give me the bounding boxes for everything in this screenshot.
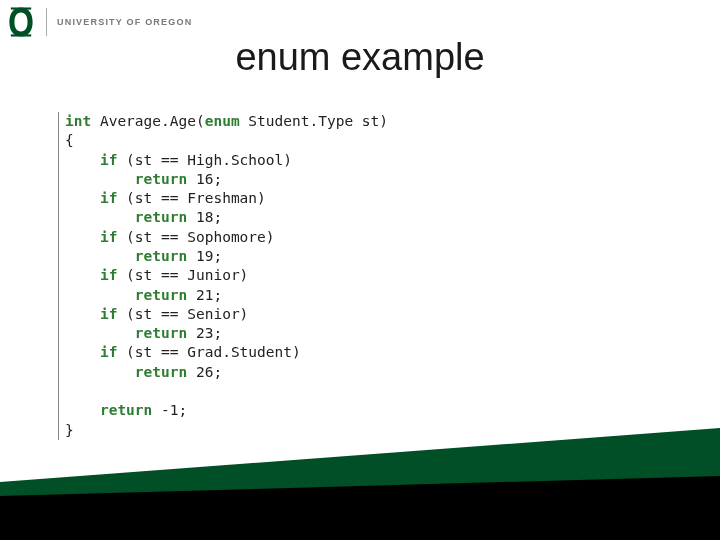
keyword-return: return xyxy=(65,171,187,187)
code-text: Student.Type st) xyxy=(240,113,388,129)
keyword-if: if xyxy=(65,152,117,168)
keyword-if: if xyxy=(65,190,117,206)
keyword-return: return xyxy=(65,325,187,341)
keyword-int: int xyxy=(65,113,91,129)
code-text: 26; xyxy=(187,364,222,380)
keyword-return: return xyxy=(65,402,152,418)
code-text: 21; xyxy=(187,287,222,303)
code-text: (st == Freshman) xyxy=(117,190,265,206)
code-text: } xyxy=(65,422,74,438)
code-text: -1; xyxy=(152,402,187,418)
university-name: UNIVERSITY OF OREGON xyxy=(57,17,192,27)
keyword-if: if xyxy=(65,344,117,360)
keyword-return: return xyxy=(65,209,187,225)
slide-title: enum example xyxy=(0,36,720,79)
code-text: { xyxy=(65,132,74,148)
code-text: 23; xyxy=(187,325,222,341)
slide: UNIVERSITY OF OREGON enum example int Av… xyxy=(0,0,720,540)
svg-marker-2 xyxy=(0,428,720,540)
keyword-return: return xyxy=(65,364,187,380)
svg-marker-3 xyxy=(0,476,720,540)
logo-divider xyxy=(46,8,47,36)
code-text: 18; xyxy=(187,209,222,225)
keyword-return: return xyxy=(65,287,187,303)
code-block: int Average.Age(enum Student.Type st) { … xyxy=(58,112,498,440)
keyword-return: return xyxy=(65,248,187,264)
code-text: (st == Sophomore) xyxy=(117,229,274,245)
code-text: (st == Junior) xyxy=(117,267,248,283)
code-text: (st == Grad.Student) xyxy=(117,344,300,360)
code-text: (st == Senior) xyxy=(117,306,248,322)
code-text: Average.Age( xyxy=(91,113,205,129)
keyword-if: if xyxy=(65,229,117,245)
code-text: (st == High.School) xyxy=(117,152,292,168)
code-text: 19; xyxy=(187,248,222,264)
svg-rect-0 xyxy=(11,7,31,9)
code-text: 16; xyxy=(187,171,222,187)
oregon-o-logo-icon xyxy=(6,6,36,38)
keyword-enum: enum xyxy=(205,113,240,129)
keyword-if: if xyxy=(65,306,117,322)
keyword-if: if xyxy=(65,267,117,283)
logo-area: UNIVERSITY OF OREGON xyxy=(6,6,192,38)
